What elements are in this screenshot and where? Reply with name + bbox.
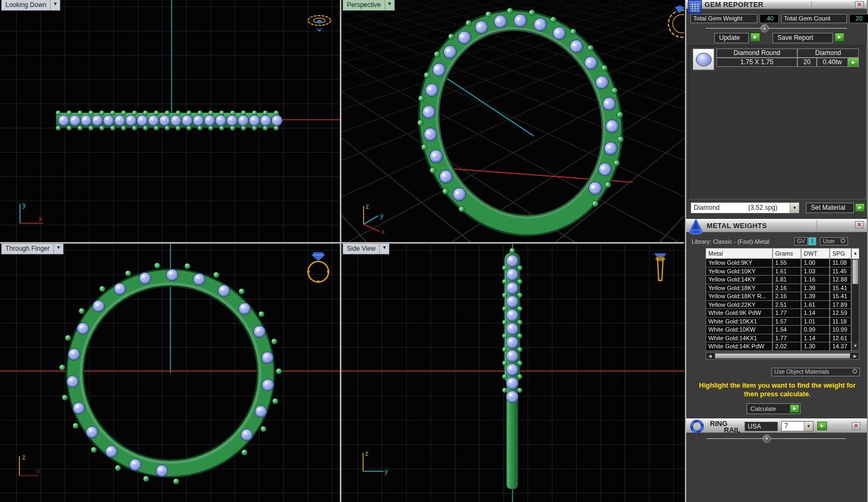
metal-row[interactable]: Yellow Gold:9KY1.551.0011.08 bbox=[706, 259, 851, 267]
viewport-through-finger[interactable]: z x Through Finger ▼ bbox=[0, 244, 340, 502]
gem-size-cell: 1.75 X 1.75 bbox=[716, 58, 797, 67]
metal-cell-metal: Yellow Gold:10KY bbox=[706, 267, 773, 276]
metal-cell-metal: White Gold:14K PdW bbox=[706, 342, 773, 351]
viewport-tab-perspective[interactable]: Perspective ▼ bbox=[343, 0, 395, 11]
metal-cell-spg: 10.99 bbox=[830, 326, 851, 334]
scroll-up-icon[interactable]: ▲ bbox=[852, 249, 859, 259]
total-gem-count-label: Total Gem Count bbox=[781, 14, 847, 23]
gem-reporter-titlebar[interactable]: GEM REPORTER bbox=[686, 0, 867, 9]
viewport-looking-down[interactable]: y x Looking Down ▼ bbox=[0, 0, 340, 242]
material-select[interactable]: Diamond (3.52 spg) ▼ bbox=[691, 202, 799, 214]
metal-cell-grams: 1.77 bbox=[773, 334, 801, 343]
metal-row[interactable]: White Gold:10KW1.540.9910.99 bbox=[706, 326, 851, 334]
gem-row[interactable]: Diamond Round Diamond 1.75 X 1.75 20 0.4… bbox=[716, 49, 859, 67]
viewport-tab-label: Perspective bbox=[343, 0, 385, 10]
viewport-divider-vertical[interactable] bbox=[340, 0, 341, 502]
svg-text:x: x bbox=[381, 228, 385, 235]
col-grams[interactable]: Grams bbox=[773, 248, 801, 259]
metal-row[interactable]: Yellow Gold:18KY R...2.161.3915.41 bbox=[706, 292, 851, 301]
metal-row[interactable]: White Gold:14KX11.771.1412.61 bbox=[706, 334, 851, 343]
metal-cell-grams: 1.54 bbox=[773, 326, 801, 334]
metal-weights-titlebar[interactable]: METAL WEIGHTS bbox=[686, 219, 867, 232]
scroll-right-icon[interactable]: ▶ bbox=[851, 354, 859, 359]
play-icon: ▶ bbox=[852, 60, 855, 65]
metal-row[interactable]: Yellow Gold:22KY2.511.6117.89 bbox=[706, 301, 851, 310]
metal-cell-spg: 12.61 bbox=[830, 334, 851, 343]
metal-row[interactable]: Yellow Gold:18KY2.161.3915.41 bbox=[706, 284, 851, 293]
ring-rail-slider-track[interactable] bbox=[707, 438, 846, 439]
metal-row[interactable]: Yellow Gold:10KY1.611.0311.45 bbox=[706, 267, 851, 276]
metal-cell-grams: 2.51 bbox=[773, 301, 801, 310]
ring-rail-run-button[interactable]: ▶ bbox=[817, 422, 827, 430]
ring-rail-icon bbox=[689, 419, 705, 434]
panel-splitter-knob[interactable]: ▲ bbox=[761, 24, 769, 32]
set-material-run-button[interactable]: ▶ bbox=[855, 203, 865, 212]
chevron-down-icon[interactable]: ▼ bbox=[790, 203, 799, 213]
viewport-tab-looking-down[interactable]: Looking Down ▼ bbox=[1, 0, 60, 11]
ring-standard-field[interactable]: USA bbox=[744, 422, 778, 431]
chevron-down-icon[interactable]: ▼ bbox=[385, 0, 394, 10]
calculate-label: Calculate bbox=[747, 405, 790, 412]
radio-icon bbox=[840, 238, 845, 243]
update-button[interactable]: Update bbox=[714, 33, 749, 43]
col-spg[interactable]: SPG bbox=[830, 248, 851, 259]
user-toggle-label: User bbox=[823, 238, 835, 244]
metal-row[interactable]: Yellow Gold:14KY1.811.1612.88 bbox=[706, 276, 851, 284]
metal-cell-spg: 15.41 bbox=[830, 292, 851, 301]
gem-reporter-close-button[interactable]: ✕ bbox=[855, 1, 864, 9]
viewport-divider-horizontal[interactable] bbox=[0, 242, 684, 244]
set-material-button[interactable]: Set Material bbox=[806, 203, 854, 213]
metal-cell-spg: 17.89 bbox=[830, 301, 851, 310]
viewport-perspective[interactable]: z y x Perspective ▼ bbox=[341, 0, 684, 242]
save-report-run-button[interactable]: ▶ bbox=[835, 33, 844, 42]
metal-cell-spg: 11.45 bbox=[830, 267, 851, 276]
metal-weights-table: Metal Grams DWT SPG Yellow Gold:9KY1.551… bbox=[706, 248, 851, 351]
metal-cell-metal: White Gold:10KW bbox=[706, 326, 773, 334]
table-vertical-scrollbar[interactable]: ▲ ▼ bbox=[851, 248, 859, 351]
metal-row[interactable]: White Gold:9K PdW1.771.1412.59 bbox=[706, 309, 851, 318]
chevron-down-icon[interactable]: ▼ bbox=[804, 422, 813, 431]
vscroll-thumb[interactable] bbox=[852, 259, 858, 284]
ring-orientation-icon bbox=[660, 3, 684, 38]
gem-reporter-icon bbox=[688, 0, 702, 14]
axis-gnomon: z x bbox=[13, 449, 46, 479]
metal-row[interactable]: White Gold:14K PdW2.021.3014.37 bbox=[706, 342, 851, 351]
user-toggle[interactable]: User bbox=[820, 237, 848, 245]
ring-orientation-icon bbox=[305, 12, 333, 33]
metal-cell-spg: 15.41 bbox=[830, 284, 851, 293]
viewport-tab-through-finger[interactable]: Through Finger ▼ bbox=[1, 244, 64, 255]
chevron-down-icon[interactable]: ▼ bbox=[50, 0, 60, 10]
col-metal[interactable]: Metal bbox=[706, 248, 773, 259]
panel-splitter-track[interactable] bbox=[706, 28, 847, 29]
save-report-button[interactable]: Save Report bbox=[773, 33, 833, 43]
play-icon: ▶ bbox=[858, 205, 862, 210]
use-object-materials-button[interactable]: Use Object Materials bbox=[771, 368, 860, 376]
scroll-left-icon[interactable]: ◀ bbox=[706, 354, 714, 359]
gv-indicator[interactable]: I bbox=[808, 237, 816, 245]
table-horizontal-scrollbar[interactable]: ◀ ▶ bbox=[706, 352, 859, 360]
viewport-tab-side-view[interactable]: Side View ▼ bbox=[343, 244, 389, 255]
play-icon: ▶ bbox=[821, 423, 824, 428]
metal-row[interactable]: White Gold:10KX11.571.0111.18 bbox=[706, 318, 851, 326]
viewport-side-view[interactable]: z y Side View ▼ bbox=[341, 244, 684, 502]
chevron-down-icon[interactable]: ▼ bbox=[379, 244, 389, 254]
chevron-down-icon[interactable]: ▼ bbox=[53, 244, 63, 254]
calculate-button[interactable]: Calculate ▶ bbox=[747, 403, 801, 414]
ring-rail-slider-knob[interactable]: ▼ bbox=[763, 435, 771, 443]
svg-text:x: x bbox=[37, 467, 40, 475]
col-dwt[interactable]: DWT bbox=[801, 248, 830, 259]
gv-toggle[interactable]: GV bbox=[794, 237, 808, 245]
calculate-run-button[interactable]: ▶ bbox=[790, 404, 799, 413]
metal-cell-grams: 1.57 bbox=[773, 318, 801, 326]
hscroll-thumb[interactable] bbox=[715, 353, 850, 359]
metal-weights-close-button[interactable]: ✕ bbox=[855, 221, 864, 229]
ring-size-select[interactable]: 7 ▼ bbox=[781, 421, 814, 431]
ring-size-value: 7 bbox=[782, 422, 804, 431]
gem-totals-row: Total Gem Weight .40 Total Gem Count 20 bbox=[691, 14, 868, 23]
gem-thumbnail[interactable] bbox=[693, 49, 714, 70]
scroll-down-icon[interactable]: ▼ bbox=[852, 342, 859, 350]
update-run-button[interactable]: ▶ bbox=[750, 33, 760, 42]
metal-cell-spg: 11.08 bbox=[830, 259, 851, 267]
ring-rail-close-button[interactable]: ✕ bbox=[852, 422, 860, 430]
gem-row-run-button[interactable]: ▶ bbox=[848, 58, 859, 67]
